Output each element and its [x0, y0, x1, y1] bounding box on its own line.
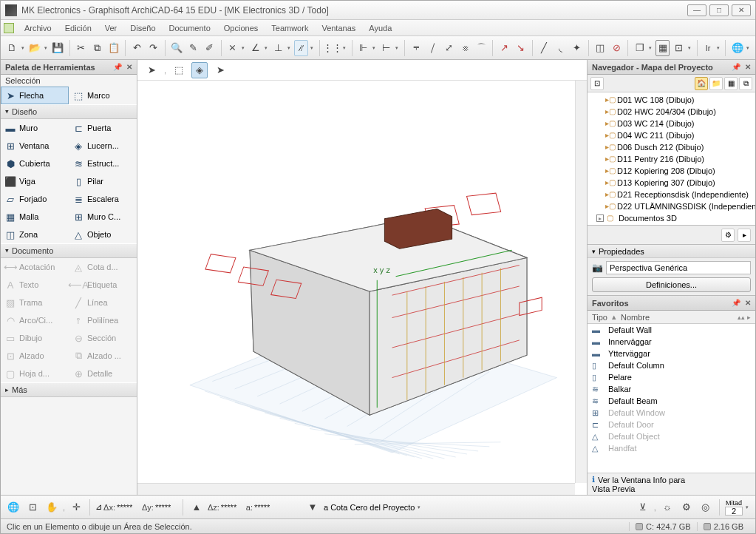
- nav-action-icon[interactable]: ▸: [738, 229, 751, 242]
- favorite-item[interactable]: ▬Ytterväggar: [588, 348, 755, 359]
- align2-icon[interactable]: ⊢: [379, 40, 393, 56]
- tool-ventana[interactable]: ⊞Ventana: [1, 137, 69, 155]
- viewport-scrollbar-h[interactable]: [137, 483, 575, 495]
- dropdown-icon[interactable]: ▾: [310, 45, 315, 51]
- adjust-icon[interactable]: ⤢: [442, 40, 456, 56]
- menu-archivo[interactable]: Archivo: [18, 22, 58, 34]
- favorite-item[interactable]: ▯Default Column: [588, 359, 755, 371]
- dropdown-icon[interactable]: ▾: [21, 45, 26, 51]
- tool-flecha[interactable]: ➤Flecha: [1, 87, 69, 104]
- tool-acotacion[interactable]: ⟷Acotación: [1, 258, 69, 276]
- snap-icon[interactable]: ⨯: [225, 40, 239, 56]
- tool-alzado2[interactable]: ⧉Alzado ...: [69, 347, 137, 365]
- tree-item[interactable]: ▸▢D01 WC 108 (Dibujo): [588, 94, 755, 106]
- fillet-icon[interactable]: ⌒: [474, 40, 488, 56]
- pin-icon[interactable]: 📌: [113, 63, 122, 71]
- parallel-icon[interactable]: ⫽: [294, 40, 308, 56]
- grid-icon[interactable]: ⋮⋮: [324, 40, 341, 56]
- perp-icon[interactable]: ⊥: [271, 40, 285, 56]
- nav-project-icon[interactable]: 🏠: [695, 77, 708, 90]
- tree-item[interactable]: ▸▢D04 WC 211 (Dibujo): [588, 129, 755, 141]
- dropdown-icon[interactable]: ▾: [717, 45, 721, 51]
- zoom-icon[interactable]: 🔍: [170, 40, 184, 56]
- tool-seccion[interactable]: ⊖Sección: [69, 329, 137, 347]
- dropdown-icon[interactable]: ▾: [688, 45, 692, 51]
- favorite-item[interactable]: △Default Object: [588, 430, 755, 442]
- new-icon[interactable]: 🗋: [5, 40, 19, 56]
- tool-hoja[interactable]: ▢Hoja d...: [1, 365, 69, 382]
- open-icon[interactable]: 📂: [28, 40, 42, 56]
- save-icon[interactable]: 💾: [51, 40, 65, 56]
- tool-alzado[interactable]: ⊡Alzado: [1, 347, 69, 365]
- section-documento[interactable]: Documento: [1, 243, 137, 258]
- menu-diseno[interactable]: Diseño: [124, 22, 161, 34]
- definitions-button[interactable]: Definiciones...: [592, 277, 751, 292]
- nav-mode-icon[interactable]: ⊡: [590, 77, 604, 90]
- minimize-button[interactable]: ―: [687, 4, 706, 16]
- menu-teamwork[interactable]: Teamwork: [265, 22, 314, 34]
- col-nombre[interactable]: Nombre: [621, 313, 650, 322]
- origin-icon[interactable]: ➤: [143, 62, 160, 78]
- sun-icon[interactable]: ☼: [659, 499, 675, 516]
- gravity-icon[interactable]: ⊻: [635, 499, 651, 516]
- collapse-icon[interactable]: ▸: [596, 214, 604, 222]
- tool-forjado[interactable]: ▱Forjado: [1, 190, 69, 208]
- tool-zona[interactable]: ◫Zona: [1, 226, 69, 243]
- tool-malla[interactable]: ▦Malla: [1, 208, 69, 226]
- properties-name-input[interactable]: [606, 261, 751, 274]
- tree-item[interactable]: ▸▢D12 Kopiering 208 (Dibujo): [588, 165, 755, 177]
- section-icon[interactable]: ◫: [593, 40, 607, 56]
- favorites-columns[interactable]: Tipo ▴ Nombre ▴▴ ▸: [588, 311, 755, 324]
- cog-icon[interactable]: ⚙: [678, 499, 695, 516]
- cut-icon[interactable]: ✂: [74, 40, 88, 56]
- nav-view-icon[interactable]: 📁: [709, 77, 723, 90]
- tree-item[interactable]: ▸▢D21 Receptionsdisk (Independiente): [588, 189, 755, 200]
- tool-muro[interactable]: ▬Muro: [1, 119, 69, 137]
- dropdown-icon[interactable]: ▾: [746, 45, 751, 51]
- dropdown-icon[interactable]: ▾: [242, 45, 246, 51]
- tree-item[interactable]: ▸▢D02 HWC 204/304 (Dibujo): [588, 106, 755, 118]
- tree-item[interactable]: ▸▢D11 Pentry 216 (Dibujo): [588, 153, 755, 165]
- hand-icon[interactable]: ✋: [44, 499, 60, 516]
- dropdown-icon[interactable]: ▾: [746, 504, 751, 510]
- tool-detalle[interactable]: ⊕Detalle: [69, 365, 137, 382]
- tool-pilar[interactable]: ▯Pilar: [69, 172, 137, 190]
- tool-dibujo[interactable]: ▭Dibujo: [1, 329, 69, 347]
- 3d-viewport[interactable]: x y z: [137, 81, 587, 495]
- toggle-icon[interactable]: ❐: [633, 40, 647, 56]
- eyedrop-icon[interactable]: ✐: [202, 40, 217, 56]
- menu-ventanas[interactable]: Ventanas: [316, 22, 361, 34]
- pin-icon[interactable]: 📌: [732, 63, 740, 71]
- tool-cubierta[interactable]: ⬢Cubierta: [1, 155, 69, 172]
- elev-icon[interactable]: ▲: [188, 499, 205, 516]
- favorite-item[interactable]: ≋Default Beam: [588, 395, 755, 407]
- align-icon[interactable]: ⊩: [356, 40, 370, 56]
- dropdown-icon[interactable]: ▾: [649, 45, 653, 51]
- tree-item[interactable]: ▸▢D03 WC 214 (Dibujo): [588, 118, 755, 129]
- tool-objeto[interactable]: △Objeto: [69, 226, 137, 243]
- section-diseno[interactable]: Diseño: [1, 104, 137, 119]
- favorite-item[interactable]: △Handfat: [588, 442, 755, 454]
- menu-edicion[interactable]: Edición: [59, 22, 98, 34]
- tool-cotad[interactable]: ◬Cota d...: [69, 258, 137, 276]
- suspend-icon[interactable]: ⊘: [610, 40, 624, 56]
- selpoly-icon[interactable]: ◈: [191, 62, 208, 78]
- split-icon[interactable]: ⧸: [426, 40, 440, 56]
- nav-layout-icon[interactable]: ▦: [724, 77, 738, 90]
- stretch-icon[interactable]: ↘: [514, 40, 528, 56]
- dropdown-icon[interactable]: ▾: [287, 45, 292, 51]
- favorite-item[interactable]: ⊞Default Window: [588, 407, 755, 419]
- tool-marco[interactable]: ⬚Marco: [69, 87, 137, 104]
- tool-lucern[interactable]: ◈Lucern...: [69, 137, 137, 155]
- dropdown-icon[interactable]: ▾: [418, 504, 423, 510]
- tool-texto[interactable]: ATexto: [1, 276, 69, 294]
- menu-opciones[interactable]: Opciones: [218, 22, 264, 34]
- arc-tool-icon[interactable]: ◟: [554, 40, 568, 56]
- zoom-fit-icon[interactable]: ⊡: [24, 499, 41, 516]
- close-icon[interactable]: ✕: [745, 299, 751, 307]
- tool-trama[interactable]: ▨Trama: [1, 294, 69, 311]
- col-tipo[interactable]: Tipo: [592, 313, 607, 322]
- camera-icon[interactable]: ▦: [655, 40, 670, 56]
- close-icon[interactable]: ✕: [745, 63, 751, 71]
- paste-icon[interactable]: 📋: [106, 40, 120, 56]
